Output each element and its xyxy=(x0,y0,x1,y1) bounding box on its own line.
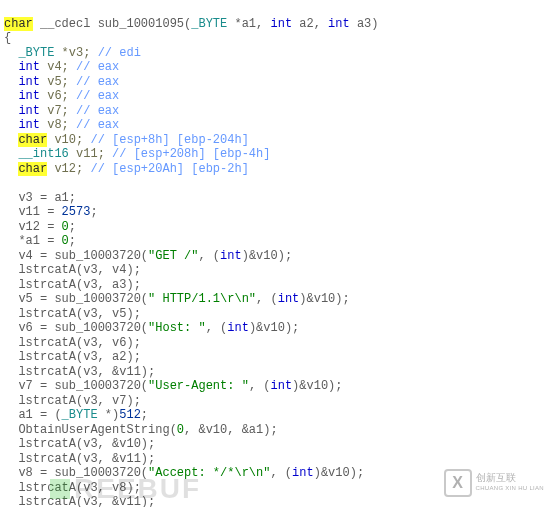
stmt: lstrcatA(v3, v7); xyxy=(4,394,141,408)
decl-line: int v8; // eax xyxy=(4,118,119,132)
decl-line: int v6; // eax xyxy=(4,89,119,103)
decl-line: int v7; // eax xyxy=(4,104,119,118)
decl-line: char v12; // [esp+20Ah] [ebp-2h] xyxy=(4,162,249,176)
stmt: v4 = sub_10003720("GET /", (int)&v10); xyxy=(4,249,292,263)
stmt: lstrcatA(v3, v4); xyxy=(4,263,141,277)
decl-line: int v5; // eax xyxy=(4,75,119,89)
stmt: a1 = (_BYTE *)512; xyxy=(4,408,148,422)
stmt: v6 = sub_10003720("Host: ", (int)&v10); xyxy=(4,321,299,335)
stmt: lstrcatA(v3, &v11); xyxy=(4,365,155,379)
stmt: lstrcatA(v3, v8); xyxy=(4,481,141,495)
stmt: lstrcatA(v3, a3); xyxy=(4,278,141,292)
stmt: v5 = sub_10003720(" HTTP/1.1\r\n", (int)… xyxy=(4,292,350,306)
stmt: v8 = sub_10003720("Accept: */*\r\n", (in… xyxy=(4,466,364,480)
stmt: v12 = 0; xyxy=(4,220,76,234)
stmt: ObtainUserAgentString(0, &v10, &a1); xyxy=(4,423,278,437)
stmt: v3 = a1; xyxy=(4,191,76,205)
decl-line: _BYTE *v3; // edi xyxy=(4,46,141,60)
kw-char: char xyxy=(4,17,33,31)
stmt: lstrcatA(v3, v6); xyxy=(4,336,141,350)
stmt: *a1 = 0; xyxy=(4,234,76,248)
stmt: lstrcatA(v3, &v11); xyxy=(4,452,155,466)
stmt: v11 = 2573; xyxy=(4,205,98,219)
stmt: lstrcatA(v3, v5); xyxy=(4,307,141,321)
stmt: lstrcatA(v3, &v10); xyxy=(4,437,155,451)
decl-line: __int16 v11; // [esp+208h] [ebp-4h] xyxy=(4,147,270,161)
stmt: lstrcatA(v3, a2); xyxy=(4,350,141,364)
line-signature: char __cdecl sub_10001095(_BYTE *a1, int… xyxy=(4,17,379,31)
stmt: lstrcatA(v3, &v11); xyxy=(4,495,155,507)
decl-line: char v10; // [esp+8h] [ebp-204h] xyxy=(4,133,249,147)
brace-open: { xyxy=(4,31,11,45)
stmt: v7 = sub_10003720("User-Agent: ", (int)&… xyxy=(4,379,343,393)
decl-line: int v4; // eax xyxy=(4,60,119,74)
code-block: char __cdecl sub_10001095(_BYTE *a1, int… xyxy=(0,0,554,507)
